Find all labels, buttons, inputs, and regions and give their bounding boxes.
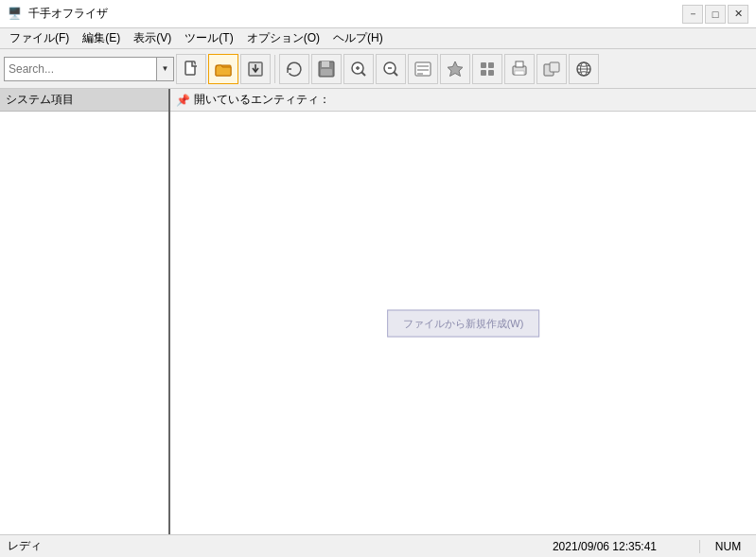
app-icon: 🖥️ [8, 7, 23, 22]
left-panel: システム項目 [0, 89, 170, 534]
svg-rect-24 [516, 61, 523, 67]
menu-view[interactable]: 表示(V) [128, 28, 177, 48]
right-panel-content: ファイルから新規作成(W) [170, 112, 756, 534]
svg-line-10 [361, 72, 365, 76]
close-button[interactable]: ✕ [728, 5, 748, 24]
settings-button[interactable] [472, 54, 502, 84]
status-ready: レディ [0, 538, 510, 554]
open-folder-button[interactable] [208, 54, 238, 84]
search-container: ▼ [4, 57, 174, 81]
save-button[interactable] [311, 54, 342, 84]
title-bar: 🖥️ 千手オフライザ － □ ✕ [0, 0, 756, 28]
panel-header-icon: 📌 [176, 94, 190, 107]
svg-rect-5 [322, 61, 329, 67]
online-button[interactable] [569, 54, 599, 84]
svg-rect-21 [481, 70, 486, 76]
import-button[interactable] [240, 54, 271, 84]
panel-header-text: 開いているエンティティ： [194, 92, 330, 108]
toolbar-separator-1 [274, 55, 275, 83]
new-file-button[interactable] [176, 54, 206, 84]
search-dropdown-button[interactable]: ▼ [156, 58, 173, 80]
print-button[interactable] [504, 54, 535, 84]
menu-edit[interactable]: 編集(E) [77, 28, 126, 48]
status-datetime: 2021/09/06 12:35:41 [510, 540, 699, 553]
left-panel-header: システム項目 [0, 89, 168, 112]
right-panel-header: 📌 開いているエンティティ： [170, 89, 756, 112]
minimize-button[interactable]: － [682, 5, 703, 24]
svg-rect-19 [481, 62, 486, 68]
new-from-file-button[interactable]: ファイルから新規作成(W) [387, 309, 540, 337]
refresh-button[interactable] [279, 54, 309, 84]
window-title: 千手オフライザ [28, 6, 108, 22]
svg-rect-20 [488, 62, 494, 68]
zoom-in-button[interactable] [343, 54, 374, 84]
svg-rect-25 [515, 71, 524, 75]
zoom-out-button[interactable] [376, 54, 406, 84]
menu-options[interactable]: オプション(O) [241, 28, 325, 48]
menu-bar: ファイル(F) 編集(E) 表示(V) ツール(T) オプション(O) ヘルプ(… [0, 28, 756, 49]
search-input[interactable] [5, 58, 156, 80]
svg-rect-27 [550, 62, 559, 72]
status-bar: レディ 2021/09/06 12:35:41 NUM [0, 534, 756, 557]
list-button[interactable] [408, 54, 438, 84]
status-num: NUM [699, 540, 756, 553]
main-area: システム項目 📌 開いているエンティティ： ファイルから新規作成(W) [0, 89, 756, 534]
favorite-button[interactable] [440, 54, 470, 84]
maximize-button[interactable]: □ [705, 5, 726, 24]
svg-line-13 [394, 72, 397, 76]
menu-file[interactable]: ファイル(F) [4, 28, 75, 48]
toolbar: ▼ [0, 49, 756, 89]
svg-marker-18 [448, 61, 463, 77]
menu-help[interactable]: ヘルプ(H) [327, 28, 389, 48]
menu-tools[interactable]: ツール(T) [179, 28, 238, 48]
svg-rect-6 [321, 69, 332, 76]
right-panel: 📌 開いているエンティティ： ファイルから新規作成(W) [170, 89, 756, 534]
left-panel-content [0, 112, 168, 534]
title-buttons: － □ ✕ [682, 5, 748, 24]
title-left: 🖥️ 千手オフライザ [8, 6, 108, 22]
svg-rect-22 [488, 70, 494, 76]
export-button[interactable] [536, 54, 567, 84]
